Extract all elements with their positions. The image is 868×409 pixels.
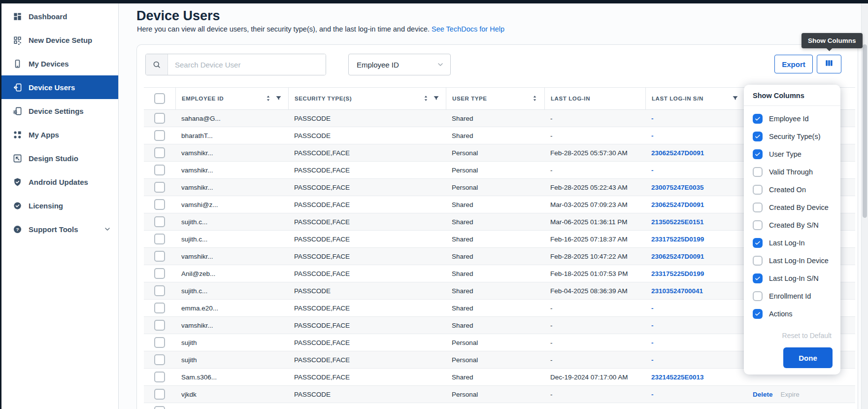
serial-number-link[interactable]: 230625247D0091: [651, 253, 704, 260]
select-all-checkbox[interactable]: [154, 93, 165, 104]
column-option-enrollment-id[interactable]: Enrollment Id: [744, 287, 840, 305]
column-option-created-by-device[interactable]: Created By Device: [744, 199, 840, 216]
column-header-user-type[interactable]: USER TYPE: [446, 88, 544, 109]
column-option-created-by-s-n[interactable]: Created By S/N: [744, 216, 840, 234]
sidebar-item-design-studio[interactable]: Design Studio: [1, 146, 118, 170]
serial-number-link: -: [651, 322, 654, 329]
employee-id-cell: Sam.s306...: [175, 369, 288, 385]
show-columns-button[interactable]: [817, 55, 841, 73]
sidebar-item-my-apps[interactable]: My Apps: [1, 123, 118, 146]
row-checkbox[interactable]: [154, 113, 165, 124]
column-option-last-log-in[interactable]: Last Log-In: [744, 234, 840, 252]
sidebar-item-support-tools[interactable]: ?Support Tools: [1, 217, 118, 241]
checked-checkbox-icon[interactable]: [753, 273, 763, 283]
last-login-cell: -: [544, 386, 645, 403]
row-checkbox[interactable]: [154, 320, 165, 331]
vertical-scrollbar[interactable]: [861, 3, 868, 409]
done-button[interactable]: Done: [783, 347, 833, 368]
techdocs-help-link[interactable]: See TechDocs for Help: [432, 25, 504, 33]
column-header-last-log-in-s-n[interactable]: LAST LOG-IN S/N: [645, 88, 745, 109]
sort-icon[interactable]: [531, 95, 538, 103]
serial-number-link[interactable]: 23103524700041: [651, 287, 703, 295]
row-checkbox[interactable]: [154, 234, 165, 244]
row-checkbox[interactable]: [154, 216, 165, 227]
serial-number-link[interactable]: 233175225D0199: [651, 270, 704, 277]
unchecked-checkbox-icon[interactable]: [753, 185, 763, 195]
column-option-actions[interactable]: Actions: [744, 305, 840, 323]
sidebar-item-licensing[interactable]: Licensing: [1, 194, 118, 217]
checked-checkbox-icon[interactable]: [753, 149, 763, 159]
sidebar-item-label: My Apps: [29, 131, 59, 139]
sidebar-item-label: Design Studio: [29, 154, 78, 163]
unchecked-checkbox-icon[interactable]: [753, 167, 763, 177]
row-checkbox[interactable]: [154, 337, 165, 348]
checked-checkbox-icon[interactable]: [753, 238, 763, 248]
row-checkbox[interactable]: [154, 268, 165, 279]
sidebar-item-my-devices[interactable]: My Devices: [1, 52, 118, 75]
column-option-security-type-s-[interactable]: Security Type(s): [744, 128, 840, 145]
row-checkbox[interactable]: [154, 130, 165, 141]
sort-icon[interactable]: [265, 95, 272, 103]
column-option-created-on[interactable]: Created On: [744, 181, 840, 199]
sidebar-item-dashboard[interactable]: Dashboard: [1, 4, 118, 28]
sidebar-item-device-settings[interactable]: Device Settings: [1, 99, 118, 123]
unchecked-checkbox-icon[interactable]: [753, 256, 763, 266]
serial-number-link[interactable]: 230625247D0091: [651, 149, 704, 157]
row-checkbox[interactable]: [154, 303, 165, 313]
search-input[interactable]: [168, 54, 326, 75]
column-option-label: Last Log-In: [769, 239, 805, 247]
column-header-last-log-in[interactable]: LAST LOG-IN: [544, 88, 645, 109]
row-checkbox[interactable]: [154, 199, 165, 210]
column-option-last-log-in-s-n[interactable]: Last Log-In S/N: [744, 270, 840, 287]
sidebar-item-device-users[interactable]: Device Users: [1, 75, 118, 99]
checked-checkbox-icon[interactable]: [753, 114, 763, 124]
row-checkbox[interactable]: [154, 372, 165, 382]
user-type-cell: Shared: [446, 213, 544, 230]
last-login-sn-cell: -: [645, 386, 745, 403]
column-option-valid-through[interactable]: Valid Through: [744, 163, 840, 181]
row-checkbox[interactable]: [154, 389, 165, 400]
column-header-employee-id[interactable]: EMPLOYEE ID: [175, 88, 288, 109]
row-checkbox[interactable]: [154, 165, 165, 175]
unchecked-checkbox-icon[interactable]: [753, 220, 763, 230]
serial-number-link[interactable]: 230625247D0091: [651, 201, 704, 208]
expire-link[interactable]: Expire: [781, 391, 800, 398]
last-login-sn-cell: -: [645, 127, 745, 144]
serial-number-link[interactable]: 230075247E0035: [651, 184, 704, 191]
row-select-cell: [144, 282, 175, 299]
export-button[interactable]: Export: [774, 55, 813, 73]
serial-number-link[interactable]: 232145225E0013: [651, 374, 704, 381]
row-checkbox[interactable]: [154, 147, 165, 158]
employee-id-cell: shwetha: [175, 403, 288, 409]
filter-icon[interactable]: [275, 95, 282, 103]
filter-icon[interactable]: [433, 95, 440, 103]
row-checkbox[interactable]: [154, 354, 165, 365]
serial-number-link[interactable]: 233175225D0199: [651, 236, 704, 243]
sidebar-item-new-device-setup[interactable]: New Device Setup: [1, 28, 118, 52]
row-checkbox[interactable]: [154, 406, 165, 409]
serial-number-link[interactable]: 213505225E0151: [651, 218, 704, 226]
unchecked-checkbox-icon[interactable]: [753, 203, 763, 212]
row-checkbox[interactable]: [154, 285, 165, 296]
employee-id-cell: sujith.c...: [175, 231, 288, 247]
checked-checkbox-icon[interactable]: [753, 132, 763, 141]
user-type-cell: Personal: [446, 351, 544, 368]
column-option-label: Employee Id: [769, 115, 809, 123]
column-option-employee-id[interactable]: Employee Id: [744, 110, 840, 128]
filter-icon[interactable]: [732, 95, 739, 103]
delete-link[interactable]: Delete: [753, 391, 773, 398]
column-option-user-type[interactable]: User Type: [744, 145, 840, 163]
column-header-security-type-s-[interactable]: SECURITY TYPE(S): [288, 88, 446, 109]
sidebar-item-android-updates[interactable]: Android Updates: [1, 170, 118, 194]
reset-to-default-button[interactable]: Reset to Default: [744, 332, 840, 340]
serial-number-link: -: [651, 132, 654, 139]
sort-icon[interactable]: [422, 95, 430, 103]
row-checkbox[interactable]: [154, 251, 165, 262]
last-login-sn-cell: 233175225D0199: [645, 265, 745, 282]
search-field-dropdown[interactable]: Employee ID: [348, 54, 451, 75]
checked-checkbox-icon[interactable]: [753, 309, 763, 319]
row-checkbox[interactable]: [154, 182, 165, 193]
unchecked-checkbox-icon[interactable]: [753, 291, 763, 301]
column-option-last-log-in-device[interactable]: Last Log-In Device: [744, 252, 840, 270]
scrollbar-thumb[interactable]: [863, 44, 867, 218]
